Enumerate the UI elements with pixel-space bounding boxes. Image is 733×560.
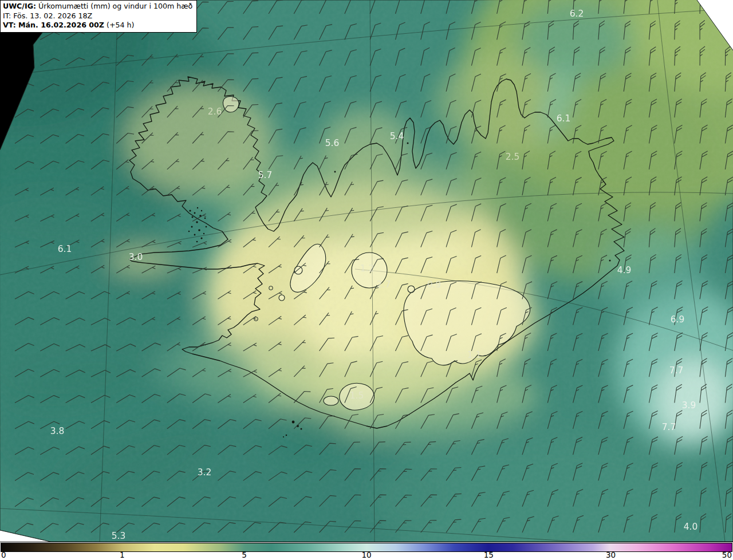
precip-value-label: 2.6 [208, 107, 222, 117]
precip-value-label: 5.6 [325, 138, 340, 148]
map-title: Úrkomumætti (mm) og vindur i 100m hæð [38, 2, 192, 10]
precip-value-label: 5.4 [390, 131, 404, 141]
colorbar-tick-label: 0 [1, 551, 6, 559]
colorbar-tick-label: 15 [484, 551, 494, 559]
product-label: UWC/IG: [3, 2, 36, 10]
precip-value-label: 4.0 [684, 522, 698, 532]
precip-value-label: 5.7 [258, 170, 273, 180]
precip-value-label: 7.7 [662, 422, 676, 432]
weather-map: 6.22.66.15.65.42.55.76.13.01.22.70.94.96… [0, 0, 733, 560]
precip-value-label: 5.3 [112, 531, 126, 541]
colorbar-tick-label: 1 [120, 551, 125, 559]
colorbar-tick-label: 5 [242, 551, 247, 559]
precip-value-label: 6.2 [570, 9, 584, 19]
valid-time: VT: Mán. 16.02.2026 00Z [3, 21, 104, 29]
precip-value-label: 1.5 [350, 391, 364, 401]
glacier-drangajokull [223, 97, 239, 112]
precip-colorbar: 01510153050 [0, 542, 733, 560]
precip-value-label: 0.9 [427, 279, 442, 290]
title-line: UWC/IG: Úrkomumætti (mm) og vindur i 100… [3, 2, 192, 11]
colorbar-tick-label: 50 [722, 551, 732, 559]
map-canvas: 6.22.66.15.65.42.55.76.13.01.22.70.94.96… [0, 0, 733, 560]
colorbar-tick-label: 10 [361, 551, 371, 559]
precip-value-label: 6.9 [671, 314, 685, 325]
valid-time-suffix: (+54 h) [107, 21, 134, 29]
precip-value-label: 3.9 [682, 400, 696, 411]
precip-value-label: 7.7 [669, 365, 684, 376]
precip-value-label: 6.1 [58, 244, 72, 254]
precip-value-label: 2.5 [506, 152, 520, 162]
glacier-small [279, 295, 285, 301]
valid-time-line: VT: Mán. 16.02.2026 00Z (+54 h) [3, 21, 192, 30]
precip-value-label: 3.2 [198, 467, 212, 478]
precip-value-label: 4.9 [617, 265, 632, 275]
glacier-eyjafjallajokull [324, 396, 338, 405]
glacier-eiriksjokull [294, 266, 302, 274]
precip-value-label: 1.1 [467, 350, 482, 360]
precip-value-label: 2.7 [377, 279, 391, 290]
init-time: IT: Fös. 13. 02. 2026 18Z [3, 11, 192, 21]
precip-value-label: 1.2 [360, 263, 375, 274]
wind-barb [15, 56, 34, 70]
precip-value-label: 3.0 [129, 252, 143, 262]
colorbar-tick-label: 30 [606, 551, 616, 559]
forecast-info-panel: UWC/IG: Úrkomumætti (mm) og vindur i 100… [0, 0, 197, 33]
glacier-tungnafellsjokull [408, 286, 415, 293]
precip-value-label: 3.8 [50, 426, 65, 436]
precip-value-label: 6.1 [557, 113, 571, 124]
